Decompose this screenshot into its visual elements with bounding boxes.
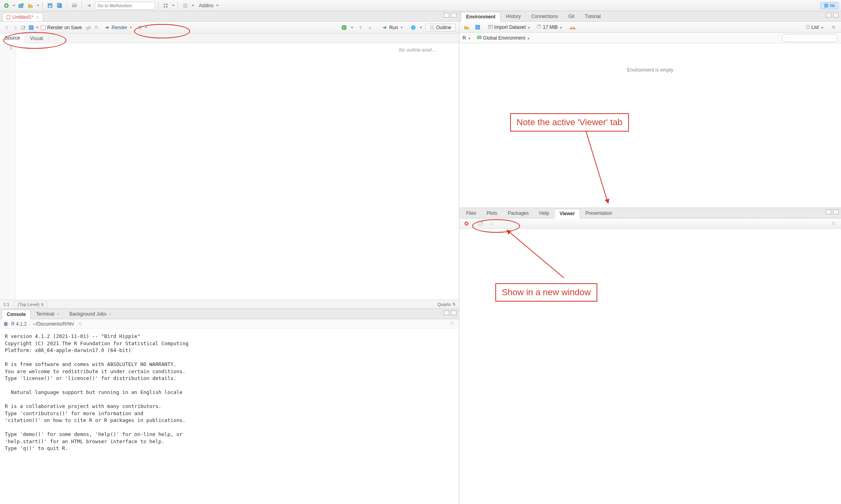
show-in-new-window-icon[interactable]: [477, 220, 485, 228]
save-doc-icon[interactable]: [27, 24, 35, 32]
clear-env-icon[interactable]: [569, 23, 577, 31]
doc-type-label[interactable]: Quarto: [437, 302, 451, 307]
console-output[interactable]: R version 4.1.2 (2021-11-01) -- "Bird Hi…: [0, 329, 459, 504]
tools-dropdown[interactable]: [192, 5, 194, 6]
files-tab[interactable]: Files: [461, 208, 481, 218]
outline-label: Outline: [436, 25, 451, 30]
bgjobs-tab[interactable]: Background Jobs×: [64, 309, 117, 319]
goto-input[interactable]: [95, 2, 155, 10]
help-tab[interactable]: Help: [534, 208, 555, 218]
working-dir: ~/Documents/R/hh/: [33, 321, 74, 327]
new-project-icon[interactable]: [17, 2, 25, 10]
insert-chunk-dropdown[interactable]: [351, 27, 353, 28]
view-mode-list[interactable]: List: [805, 24, 823, 30]
outline-button[interactable]: Outline: [425, 24, 456, 32]
forward-icon[interactable]: [11, 24, 19, 32]
project-badge[interactable]: hh: [820, 2, 839, 9]
svg-rect-30: [570, 28, 575, 29]
env-min-icon[interactable]: [826, 13, 831, 18]
editor-gutter: 1: [0, 43, 16, 300]
outline-placeholder: No outline avail…: [399, 47, 455, 53]
cursor-position: 1:1: [3, 302, 9, 307]
sync-icon[interactable]: [488, 220, 496, 228]
load-workspace-icon[interactable]: [463, 23, 471, 31]
viewer-min-icon[interactable]: [826, 210, 831, 214]
goto-icon[interactable]: [85, 2, 93, 10]
clear-viewer-icon[interactable]: [463, 220, 471, 228]
find-replace-icon[interactable]: [92, 24, 100, 32]
svg-rect-4: [49, 6, 51, 7]
svg-rect-5: [58, 4, 62, 8]
save-all-icon[interactable]: [56, 2, 64, 10]
r-logo-icon: R: [3, 321, 9, 327]
wd-refresh-icon[interactable]: [76, 320, 84, 328]
grid-icon[interactable]: [162, 2, 170, 10]
console-min-icon[interactable]: [444, 310, 449, 315]
settings-dropdown[interactable]: [145, 27, 147, 28]
save-workspace-icon[interactable]: [474, 23, 482, 31]
save-icon[interactable]: [46, 2, 54, 10]
addins-button[interactable]: Addins: [196, 2, 222, 9]
history-tab[interactable]: History: [501, 12, 526, 21]
render-button[interactable]: Render: [100, 24, 136, 31]
publish-dropdown[interactable]: [420, 27, 422, 28]
document-tab[interactable]: Untitled1* ×: [2, 13, 43, 21]
go-prev-chunk-icon[interactable]: [356, 24, 364, 32]
presentation-tab[interactable]: Presentation: [580, 208, 617, 218]
publish-icon[interactable]: [409, 24, 417, 32]
back-icon[interactable]: [3, 24, 11, 32]
viewer-max-icon[interactable]: [833, 210, 839, 214]
close-tab-icon[interactable]: ×: [36, 15, 39, 20]
import-dataset-button[interactable]: Import Dataset: [488, 24, 530, 30]
render-on-save-toggle[interactable]: Render on Save: [38, 24, 84, 31]
spellcheck-icon[interactable]: ABC: [84, 24, 92, 32]
open-recent-dropdown[interactable]: [37, 5, 39, 6]
env-search-input[interactable]: [782, 34, 838, 42]
environment-pane: Environment History Connections Git Tuto…: [459, 11, 841, 208]
popout-icon[interactable]: [19, 24, 27, 32]
terminal-close-icon[interactable]: ×: [57, 312, 59, 316]
render-on-save-checkbox[interactable]: [41, 25, 46, 30]
viewer-pane: Files Plots Packages Help Viewer Present…: [459, 208, 841, 504]
editor-area[interactable]: 1 No outline avail…: [0, 43, 459, 300]
new-file-icon[interactable]: [2, 2, 10, 10]
doc-tab-title: Untitled1*: [12, 14, 33, 20]
visual-mode-tab[interactable]: Visual: [25, 34, 48, 43]
plots-tab[interactable]: Plots: [481, 208, 503, 218]
terminal-tab[interactable]: Terminal×: [31, 309, 64, 319]
print-icon[interactable]: [70, 2, 78, 10]
console-tab[interactable]: Console: [2, 310, 31, 319]
svg-point-19: [95, 26, 97, 28]
tutorial-tab[interactable]: Tutorial: [580, 12, 606, 21]
console-max-icon[interactable]: [451, 310, 457, 315]
run-button[interactable]: Run: [379, 24, 406, 31]
panes-dropdown[interactable]: [172, 5, 174, 6]
source-mode-tab[interactable]: Source: [0, 34, 25, 43]
minimize-pane-icon[interactable]: [444, 13, 449, 18]
svg-text:C: C: [343, 26, 345, 30]
viewer-refresh-icon[interactable]: [830, 220, 838, 228]
addins-label: Addins: [199, 3, 214, 8]
packages-tab[interactable]: Packages: [503, 208, 534, 218]
bgjobs-close-icon[interactable]: ×: [109, 312, 111, 316]
env-scope-selector[interactable]: Global Environment: [477, 35, 530, 41]
tools-icon[interactable]: [181, 2, 189, 10]
viewer-tab[interactable]: Viewer: [554, 209, 580, 218]
open-file-icon[interactable]: [26, 2, 34, 10]
svg-point-24: [411, 26, 415, 30]
environment-tab[interactable]: Environment: [461, 12, 501, 22]
svg-rect-17: [29, 26, 33, 30]
insert-chunk-icon[interactable]: C: [340, 24, 348, 32]
clear-console-icon[interactable]: [448, 320, 456, 328]
language-selector[interactable]: R: [463, 35, 471, 41]
memory-usage[interactable]: 17 MiB: [537, 24, 562, 30]
scope-selector[interactable]: (Top Level) ⇅: [14, 301, 47, 308]
new-file-dropdown[interactable]: [13, 5, 15, 6]
connections-tab[interactable]: Connections: [526, 12, 563, 21]
git-tab[interactable]: Git: [563, 12, 579, 21]
env-max-icon[interactable]: [833, 13, 839, 18]
settings-gear-icon[interactable]: [136, 24, 144, 32]
go-next-chunk-icon[interactable]: [366, 24, 374, 32]
refresh-env-icon[interactable]: [830, 23, 838, 31]
maximize-pane-icon[interactable]: [451, 13, 457, 18]
